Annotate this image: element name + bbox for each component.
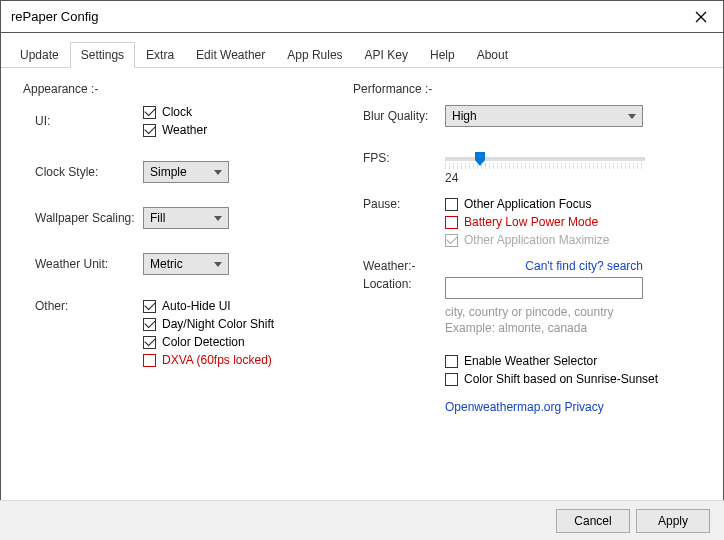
- window-title: rePaper Config: [11, 9, 679, 24]
- enable-selector-label: Enable Weather Selector: [464, 354, 597, 368]
- auto-hide-label: Auto-Hide UI: [162, 299, 231, 313]
- checkbox-icon: [445, 373, 458, 386]
- tab-api-key[interactable]: API Key: [354, 42, 419, 68]
- checkbox-icon: [445, 198, 458, 211]
- pause-focus-checkbox[interactable]: Other Application Focus: [445, 197, 713, 211]
- tab-update[interactable]: Update: [9, 42, 70, 68]
- checkbox-icon: [143, 300, 156, 313]
- find-city-link[interactable]: Can't find city? search: [525, 259, 643, 273]
- checkbox-icon: [143, 106, 156, 119]
- color-shift-label: Color Shift based on Sunrise-Sunset: [464, 372, 658, 386]
- clockstyle-label: Clock Style:: [23, 165, 143, 179]
- chevron-down-icon: [628, 114, 636, 119]
- appearance-heading: Appearance :-: [23, 82, 353, 96]
- clockstyle-select[interactable]: Simple: [143, 161, 229, 183]
- ui-clock-checkbox[interactable]: Clock: [143, 105, 207, 119]
- appearance-panel: Appearance :- UI: Clock Weather Clock St…: [23, 82, 353, 478]
- blur-select[interactable]: High: [445, 105, 643, 127]
- blur-label: Blur Quality:: [353, 109, 445, 123]
- checkbox-icon: [445, 355, 458, 368]
- close-button[interactable]: [679, 1, 723, 33]
- dxva-checkbox[interactable]: DXVA (60fps locked): [143, 353, 274, 367]
- chevron-down-icon: [214, 216, 222, 221]
- location-input[interactable]: [445, 277, 643, 299]
- dxva-label: DXVA (60fps locked): [162, 353, 272, 367]
- color-detect-checkbox[interactable]: Color Detection: [143, 335, 274, 349]
- pause-focus-label: Other Application Focus: [464, 197, 591, 211]
- color-shift-checkbox[interactable]: Color Shift based on Sunrise-Sunset: [445, 372, 713, 386]
- unit-label: Weather Unit:: [23, 257, 143, 271]
- tab-about[interactable]: About: [466, 42, 519, 68]
- checkbox-icon: [143, 318, 156, 331]
- fps-label: FPS:: [353, 151, 445, 165]
- chevron-down-icon: [214, 262, 222, 267]
- pause-label: Pause:: [353, 197, 445, 211]
- other-label: Other:: [23, 299, 143, 313]
- openweather-link[interactable]: Openweathermap.org Privacy: [445, 400, 713, 414]
- checkbox-icon: [445, 234, 458, 247]
- location-hint-2: Example: almonte, canada: [445, 321, 645, 337]
- enable-selector-checkbox[interactable]: Enable Weather Selector: [445, 354, 713, 368]
- tab-help[interactable]: Help: [419, 42, 466, 68]
- performance-panel: Performance :- Blur Quality: High FPS: 2…: [353, 82, 713, 478]
- tab-strip: Update Settings Extra Edit Weather App R…: [1, 33, 723, 68]
- scaling-select[interactable]: Fill: [143, 207, 229, 229]
- tab-app-rules[interactable]: App Rules: [276, 42, 353, 68]
- daynight-checkbox[interactable]: Day/Night Color Shift: [143, 317, 274, 331]
- auto-hide-checkbox[interactable]: Auto-Hide UI: [143, 299, 274, 313]
- clockstyle-value: Simple: [150, 165, 187, 179]
- location-hint-1: city, country or pincode, country: [445, 305, 645, 321]
- tab-settings[interactable]: Settings: [70, 42, 135, 68]
- checkbox-icon: [143, 336, 156, 349]
- unit-value: Metric: [150, 257, 183, 271]
- close-icon: [695, 11, 707, 23]
- daynight-label: Day/Night Color Shift: [162, 317, 274, 331]
- footer: Cancel Apply: [0, 500, 724, 540]
- location-hint: city, country or pincode, country Exampl…: [445, 305, 645, 336]
- unit-select[interactable]: Metric: [143, 253, 229, 275]
- color-detect-label: Color Detection: [162, 335, 245, 349]
- ui-label: UI:: [23, 114, 143, 128]
- apply-button[interactable]: Apply: [636, 509, 710, 533]
- tab-extra[interactable]: Extra: [135, 42, 185, 68]
- location-label: Location:: [363, 277, 445, 291]
- titlebar: rePaper Config: [1, 1, 723, 33]
- pause-max-checkbox: Other Application Maximize: [445, 233, 713, 247]
- performance-heading: Performance :-: [353, 82, 713, 96]
- fps-value: 24: [445, 171, 645, 185]
- ui-weather-checkbox[interactable]: Weather: [143, 123, 207, 137]
- ui-weather-label: Weather: [162, 123, 207, 137]
- slider-ticks: [445, 163, 645, 169]
- scaling-value: Fill: [150, 211, 165, 225]
- chevron-down-icon: [214, 170, 222, 175]
- scaling-label: Wallpaper Scaling:: [23, 211, 143, 225]
- ui-clock-label: Clock: [162, 105, 192, 119]
- checkbox-icon: [143, 354, 156, 367]
- weather-label-text: Weather:-: [363, 259, 445, 273]
- pause-max-label: Other Application Maximize: [464, 233, 609, 247]
- checkbox-icon: [143, 124, 156, 137]
- tab-edit-weather[interactable]: Edit Weather: [185, 42, 276, 68]
- fps-slider[interactable]: [445, 157, 645, 161]
- weather-label: Weather:- Location:: [353, 259, 445, 291]
- cancel-button[interactable]: Cancel: [556, 509, 630, 533]
- pause-battery-label: Battery Low Power Mode: [464, 215, 598, 229]
- checkbox-icon: [445, 216, 458, 229]
- blur-value: High: [452, 109, 477, 123]
- pause-battery-checkbox[interactable]: Battery Low Power Mode: [445, 215, 713, 229]
